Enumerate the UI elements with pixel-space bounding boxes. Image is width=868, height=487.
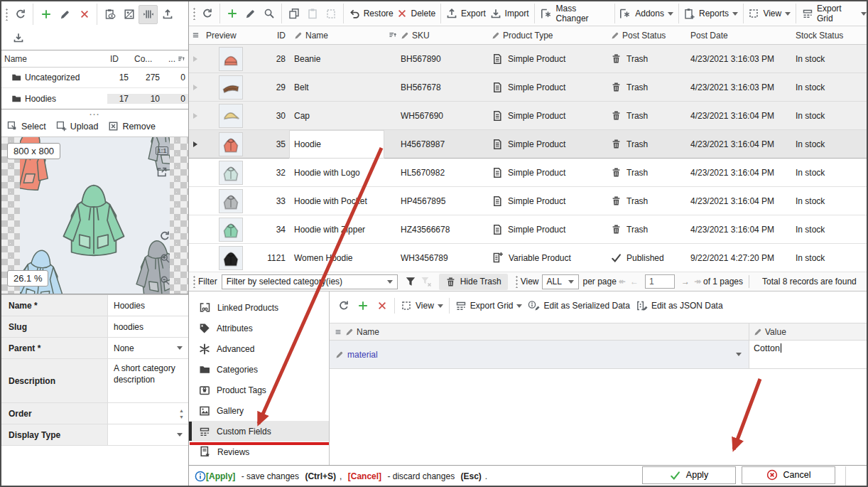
parent-select[interactable]: None <box>108 338 188 358</box>
display-type-select[interactable] <box>108 424 188 445</box>
delete-custom-field-button[interactable] <box>372 296 391 316</box>
custom-fields-export-grid-menu[interactable]: Export Grid <box>452 296 526 316</box>
product-row[interactable]: 32 Hoodie with Logo HL5670982 Simple Pro… <box>189 159 868 187</box>
next-page-button[interactable]: → <box>681 277 690 287</box>
preview-clipboard-button[interactable] <box>100 5 119 24</box>
toolbar-drag-handle[interactable] <box>5 8 9 21</box>
custom-field-row[interactable]: material Cotton <box>330 341 868 369</box>
edit-category-button[interactable] <box>55 5 75 24</box>
import-button[interactable]: Import <box>488 4 531 23</box>
burger-icon[interactable] <box>191 31 200 40</box>
tab-product-tags[interactable]: Product Tags <box>189 380 329 400</box>
paste-button[interactable] <box>303 4 322 23</box>
paste-special-button[interactable] <box>322 4 340 23</box>
col-field-value[interactable]: Value <box>765 327 786 337</box>
product-row[interactable]: 34 Hoodie with Zipper HZ43566678 Simple … <box>189 215 868 244</box>
col-name[interactable]: Name <box>290 31 384 41</box>
tree-header-name[interactable]: Name <box>1 54 107 64</box>
delete-button[interactable]: Delete <box>396 4 438 23</box>
reports-menu[interactable]: Reports <box>681 4 739 23</box>
hide-trash-toggle[interactable]: Hide Trash <box>439 274 508 290</box>
fit-1-1-button[interactable]: 1:1 <box>154 143 170 159</box>
col-field-name[interactable]: Name <box>357 327 379 337</box>
edit-serialized-button[interactable]: Edit as Serialized Data <box>525 296 632 316</box>
product-row-current[interactable]: 35 Hoodie H45678987 Simple Product Trash… <box>189 130 868 159</box>
add-category-button[interactable] <box>36 5 55 24</box>
split-view-button[interactable] <box>139 5 158 24</box>
apply-filter-icon[interactable] <box>405 276 416 287</box>
product-row[interactable]: 28 Beanie BH567890 Simple Product Trash … <box>189 45 868 73</box>
toolbar-drag-handle[interactable] <box>192 7 196 20</box>
custom-field-name-cell[interactable]: material <box>330 341 749 368</box>
tree-header-id[interactable]: ID <box>107 54 131 64</box>
cancel-button[interactable]: Cancel <box>742 466 835 484</box>
edit-json-button[interactable]: Edit as JSON Data <box>633 296 726 316</box>
mass-changer-button[interactable]: Mass Changer <box>538 4 612 23</box>
order-stepper[interactable]: ▲▼ <box>108 403 188 424</box>
tree-resize-handle[interactable]: ... <box>1 109 188 116</box>
remove-image-button[interactable]: Remove <box>108 121 156 132</box>
col-sort[interactable] <box>384 31 396 40</box>
product-row[interactable]: 29 Belt BH567678 Simple Product Trash 4/… <box>189 73 868 102</box>
add-product-button[interactable] <box>223 4 242 23</box>
filter-select[interactable]: Filter by selected category(ies) <box>222 274 398 289</box>
toolbar-drag-handle[interactable] <box>192 275 196 288</box>
restore-button[interactable]: Restore <box>347 4 396 23</box>
refresh-button[interactable] <box>11 5 30 24</box>
page-number-input[interactable] <box>645 274 675 289</box>
rotate-image-button[interactable] <box>157 228 173 244</box>
tree-header-extra[interactable]: ... <box>163 54 188 64</box>
product-row[interactable]: 33 Hoodie with Pocket HP4567895 Simple P… <box>189 187 868 215</box>
prev-page-button[interactable]: ← <box>630 277 639 287</box>
toolbar-drag-handle[interactable] <box>515 275 519 288</box>
burger-icon[interactable] <box>334 328 342 336</box>
import-categories-button[interactable] <box>9 28 28 48</box>
tree-header-count[interactable]: Co... <box>131 54 163 64</box>
product-row[interactable]: 30 Cap WH567690 Simple Product Trash 4/2… <box>189 102 868 130</box>
search-button[interactable] <box>260 4 278 23</box>
refresh-custom-fields-button[interactable] <box>334 296 353 316</box>
spinner-arrows-icon[interactable]: ▲▼ <box>179 408 184 419</box>
copy-button[interactable] <box>285 4 303 23</box>
col-stock-status[interactable]: Stock Status <box>791 31 868 41</box>
addons-menu[interactable]: Addons <box>618 4 676 23</box>
category-row-uncategorized[interactable]: Uncategorized 15 275 0 <box>1 68 188 88</box>
tab-advanced[interactable]: Advanced <box>189 338 329 359</box>
export-button[interactable]: Export <box>444 4 488 23</box>
first-page-button[interactable]: ↞ <box>619 277 626 287</box>
export-categories-button[interactable] <box>158 5 177 24</box>
zoom-in-button[interactable] <box>157 250 173 266</box>
name-cell-editing[interactable]: Hoodie <box>290 131 384 158</box>
custom-field-value-editor[interactable]: Cotton <box>749 341 868 368</box>
tab-categories[interactable]: Categories <box>189 359 329 380</box>
tab-reviews[interactable]: Reviews <box>189 441 329 462</box>
tab-custom-fields[interactable]: Custom Fields <box>189 421 329 441</box>
product-row[interactable]: 1121 Women Hoodie WH3456789 Variable Pro… <box>189 244 868 272</box>
tab-gallery[interactable]: Gallery <box>189 400 329 421</box>
col-id[interactable]: ID <box>260 31 290 41</box>
last-page-button[interactable]: ↠ <box>694 277 701 287</box>
slug-field[interactable]: hoodies <box>108 316 188 337</box>
col-product-type[interactable]: Product Type <box>487 31 607 41</box>
add-custom-field-button[interactable] <box>353 296 372 316</box>
description-field[interactable]: A short category description <box>108 359 188 402</box>
select-image-button[interactable]: Select <box>7 121 46 132</box>
category-row-hoodies[interactable]: Hoodies 17 10 0 <box>1 88 188 109</box>
tab-linked-products[interactable]: Linked Products <box>189 297 329 318</box>
col-post-date[interactable]: Post Date <box>686 31 791 41</box>
export-grid-menu[interactable]: Export Grid <box>799 4 868 23</box>
col-sku[interactable]: SKU <box>396 31 487 41</box>
tab-attributes[interactable]: Attributes <box>189 318 329 338</box>
col-preview[interactable]: Preview <box>202 31 260 41</box>
refresh-products-button[interactable] <box>198 4 217 23</box>
edit-product-button[interactable] <box>242 4 260 23</box>
name-field[interactable]: Hoodies <box>108 295 188 316</box>
delete-category-button[interactable] <box>75 5 94 24</box>
apply-button[interactable]: Apply <box>642 466 736 484</box>
per-page-select[interactable]: ALL <box>542 274 579 289</box>
image-adjust-button[interactable] <box>119 5 139 24</box>
open-external-button[interactable] <box>154 164 170 180</box>
clear-filter-icon[interactable] <box>421 276 432 287</box>
custom-fields-view-menu[interactable]: View <box>398 296 446 316</box>
category-image-preview[interactable]: 800 x 800 26.1 % 1:1 <box>1 137 188 294</box>
